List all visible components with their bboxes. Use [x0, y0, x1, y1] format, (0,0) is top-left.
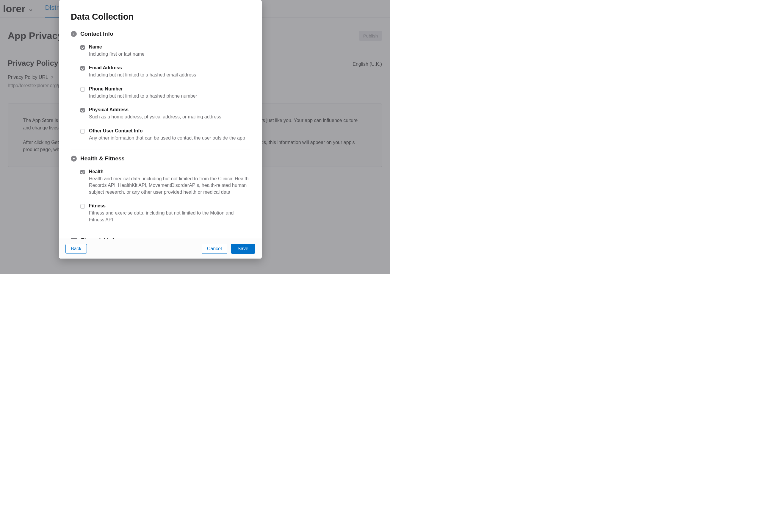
- data-type-item: Email Address Including but not limited …: [80, 62, 250, 83]
- data-type-item: Phone Number Including but not limited t…: [80, 83, 250, 104]
- item-desc: Including but not limited to a hashed em…: [89, 72, 196, 78]
- info-icon: i: [71, 31, 77, 37]
- data-type-item: Fitness Fitness and exercise data, inclu…: [80, 200, 250, 228]
- item-label: Fitness: [89, 203, 250, 208]
- cancel-button[interactable]: Cancel: [202, 244, 227, 254]
- checkbox-name[interactable]: [80, 45, 85, 50]
- back-button[interactable]: Back: [65, 244, 87, 254]
- data-type-item: Other User Contact Info Any other inform…: [80, 125, 250, 146]
- item-label: Other User Contact Info: [89, 128, 245, 134]
- data-collection-modal: Data Collection i Contact Info Name Incl…: [59, 0, 262, 259]
- section-items: Name Including first or last name Email …: [71, 41, 250, 146]
- item-label: Phone Number: [89, 86, 197, 91]
- section-items: Health Health and medical data, includin…: [71, 166, 250, 228]
- credit-card-icon: [71, 238, 77, 239]
- item-desc: Fitness and exercise data, including but…: [89, 210, 250, 223]
- item-desc: Including but not limited to a hashed ph…: [89, 93, 197, 99]
- data-type-item: Health Health and medical data, includin…: [80, 166, 250, 200]
- data-type-item: Name Including first or last name: [80, 41, 250, 62]
- modal-body: Data Collection i Contact Info Name Incl…: [59, 0, 262, 239]
- item-label: Physical Address: [89, 107, 221, 112]
- modal-title: Data Collection: [71, 12, 250, 22]
- section-header-contact: i Contact Info: [71, 30, 250, 37]
- checkbox-email[interactable]: [80, 66, 85, 71]
- section-divider: [71, 149, 250, 149]
- checkbox-fitness[interactable]: [80, 204, 85, 208]
- item-label: Email Address: [89, 65, 196, 71]
- item-desc: Such as a home address, physical address…: [89, 114, 221, 120]
- section-title: Health & Fitness: [80, 155, 125, 162]
- save-button[interactable]: Save: [231, 244, 255, 254]
- item-desc: Including first or last name: [89, 51, 145, 57]
- section-header-health: ♥ Health & Fitness: [71, 155, 250, 162]
- item-desc: Health and medical data, including but n…: [89, 176, 250, 196]
- item-desc: Any other information that can be used t…: [89, 135, 245, 141]
- checkbox-other-contact[interactable]: [80, 129, 85, 134]
- checkbox-address[interactable]: [80, 108, 85, 112]
- section-title: Contact Info: [80, 30, 113, 37]
- checkbox-health[interactable]: [80, 170, 85, 174]
- heart-icon: ♥: [71, 155, 77, 161]
- data-type-item: Physical Address Such as a home address,…: [80, 104, 250, 125]
- item-label: Health: [89, 169, 250, 174]
- checkbox-phone[interactable]: [80, 87, 85, 91]
- modal-footer: Back Cancel Save: [59, 239, 262, 259]
- item-label: Name: [89, 44, 145, 50]
